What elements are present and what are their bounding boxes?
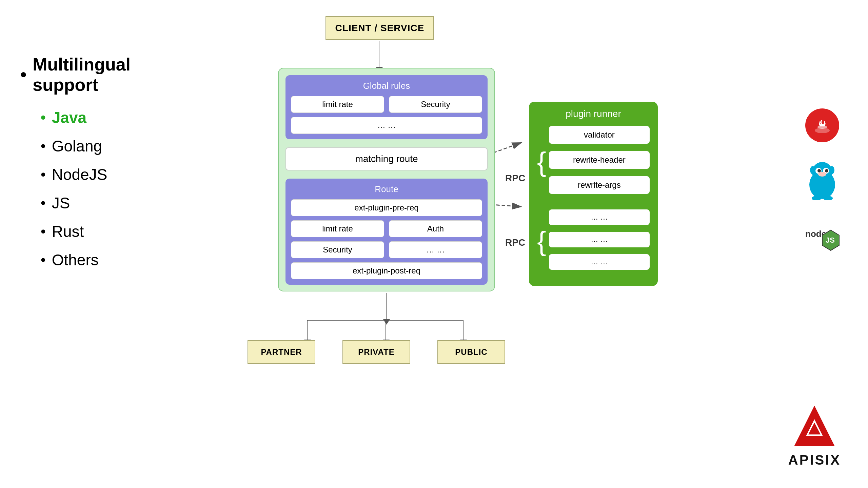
plugin-group-2-items: … … … … … … (549, 209, 650, 273)
global-rules-label: Global rules (291, 81, 482, 91)
brace-left-2: { (537, 228, 546, 255)
svg-point-11 (810, 166, 815, 174)
svg-point-10 (825, 169, 828, 172)
java-icon (805, 108, 839, 142)
sub-bullet-nodejs: NodeJS (41, 165, 190, 184)
golang-icon (804, 159, 841, 201)
others-label: Others (52, 251, 99, 269)
apisix-logo: APISIX (788, 402, 841, 468)
apisix-brand-text: APISIX (788, 452, 841, 467)
ellipsis-pill-global: … … (291, 117, 482, 134)
ext-plugin-post-pill: ext-plugin-post-req (291, 262, 482, 279)
left-panel: Multilingual support Java Golang NodeJS … (20, 54, 190, 279)
js-label: JS (52, 194, 70, 212)
matching-route-box: matching route (285, 147, 488, 170)
sub-bullet-js: JS (41, 194, 190, 212)
rpc-label-2: RPC (505, 237, 525, 248)
route-box: Route ext-plugin-pre-req limit rate Auth… (285, 179, 488, 285)
java-label: Java (52, 108, 86, 127)
branch-horiz-line (307, 320, 463, 321)
plugin-group-2: { … … … … … … (537, 209, 650, 273)
security-pill-route: Security (291, 241, 384, 258)
limit-rate-pill-global: limit rate (291, 96, 384, 113)
client-service-label: CLIENT / SERVICE (335, 23, 425, 34)
ellipsis-pill-route: … … (389, 241, 482, 258)
branch-right-line (463, 320, 463, 340)
svg-point-9 (817, 169, 821, 172)
ellipsis-box-2: … … (549, 232, 650, 247)
public-box: PUBLIC (437, 340, 505, 364)
ellipsis-box-3: … … (549, 254, 650, 270)
arrow-client-down (379, 41, 379, 68)
svg-point-12 (829, 166, 834, 174)
ext-plugin-pre-pill: ext-plugin-pre-req (291, 199, 482, 216)
sub-bullet-java: Java (41, 108, 190, 127)
security-pill-global: Security (389, 96, 482, 113)
partner-box: PARTNER (248, 340, 315, 364)
rewrite-args-box: rewrite-args (549, 176, 650, 194)
nodejs-label: NodeJS (52, 165, 107, 184)
branch-left-line (307, 320, 308, 340)
rpc-label-1: RPC (505, 173, 525, 184)
language-icons: node JS (804, 108, 841, 257)
plugin-runner-box: plugin runner { validator rewrite-header… (529, 102, 658, 286)
limit-rate-pill-route: limit rate (291, 220, 384, 237)
golang-label: Golang (52, 137, 102, 155)
ellipsis-box-1: … … (549, 209, 650, 225)
auth-pill: Auth (389, 220, 482, 237)
main-bullet-text: Multilingual support (33, 54, 190, 95)
sub-bullet-golang: Golang (41, 137, 190, 155)
brace-left-1: { (537, 148, 546, 176)
plugin-group-1: { validator rewrite-header rewrite-args (537, 126, 650, 198)
global-rules-pills-row: limit rate Security (291, 96, 482, 113)
private-box: PRIVATE (342, 340, 410, 364)
global-rules-box: Global rules limit rate Security … … (285, 75, 488, 139)
diagram-area: CLIENT / SERVICE Global rules limit rate… (231, 7, 570, 413)
sub-bullet-rust: Rust (41, 222, 190, 241)
arrow-main-down (386, 293, 387, 320)
plugin-group-1-items: validator rewrite-header rewrite-args (549, 126, 650, 198)
svg-point-13 (818, 172, 826, 177)
route-row-1: limit rate Auth (291, 220, 482, 237)
rust-label: Rust (52, 222, 84, 241)
plugin-runner-label: plugin runner (537, 108, 650, 119)
destination-boxes: PARTNER PRIVATE PUBLIC (248, 340, 505, 364)
validator-box: validator (549, 126, 650, 144)
nodejs-icon: node JS (804, 218, 841, 257)
client-service-box: CLIENT / SERVICE (326, 16, 434, 40)
branch-center-line (386, 320, 386, 340)
svg-text:JS: JS (826, 236, 835, 244)
main-bullet: Multilingual support (20, 54, 190, 95)
route-label: Route (291, 184, 482, 195)
apisix-text: APISIX (788, 452, 841, 468)
sub-bullet-others: Others (41, 251, 190, 269)
rewrite-header-box: rewrite-header (549, 151, 650, 169)
main-container: Global rules limit rate Security … … mat… (278, 68, 495, 291)
route-row-2: Security … … (291, 241, 482, 258)
svg-point-4 (817, 125, 827, 129)
